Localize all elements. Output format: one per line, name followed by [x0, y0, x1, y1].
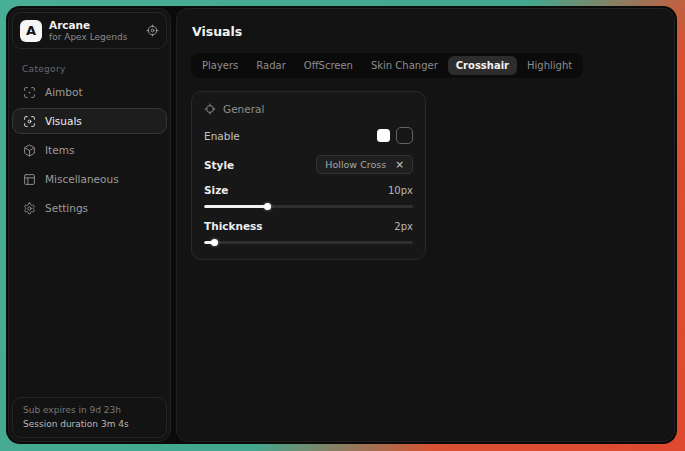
category-label: Category — [22, 64, 170, 74]
main-panel: Visuals Players Radar OffScreen Skin Cha… — [176, 8, 675, 442]
grid-icon — [23, 173, 36, 186]
sub-expires-text: Sub expires in 9d 23h — [23, 404, 156, 418]
thickness-value: 2px — [394, 221, 413, 232]
size-value: 10px — [388, 185, 413, 196]
sidebar-item-visuals[interactable]: Visuals — [12, 108, 167, 134]
desktop-background: A Arcane for Apex Legends Category — [0, 0, 685, 451]
sidebar-item-label: Items — [45, 144, 74, 156]
thickness-label: Thickness — [204, 220, 263, 232]
enable-controls — [377, 127, 413, 144]
style-row: Style Hollow Cross × — [204, 155, 413, 174]
sidebar: A Arcane for Apex Legends Category — [8, 8, 171, 442]
tab-radar[interactable]: Radar — [248, 56, 293, 75]
thickness-row: Thickness 2px — [204, 220, 413, 232]
scan-eye-icon — [23, 115, 36, 128]
tab-skin-changer[interactable]: Skin Changer — [363, 56, 446, 75]
tab-bar: Players Radar OffScreen Skin Changer Cro… — [191, 53, 583, 78]
sidebar-item-label: Visuals — [45, 115, 82, 127]
style-value: Hollow Cross — [325, 159, 386, 170]
general-card-header: General — [204, 103, 413, 115]
size-slider-fill — [204, 205, 267, 208]
enable-checkbox[interactable] — [396, 127, 413, 144]
size-slider-track — [204, 205, 413, 208]
clear-icon[interactable]: × — [395, 159, 404, 170]
enable-label: Enable — [204, 130, 240, 142]
sidebar-item-aimbot[interactable]: Aimbot — [12, 79, 167, 105]
size-row: Size 10px — [204, 184, 413, 196]
general-card: General Enable Style Hollow Cross × — [191, 91, 426, 260]
tab-players[interactable]: Players — [194, 56, 246, 75]
thickness-slider-thumb[interactable] — [211, 239, 218, 246]
size-slider[interactable] — [204, 203, 413, 210]
app-logo: A — [20, 20, 42, 42]
style-label: Style — [204, 159, 234, 171]
subscription-info: Sub expires in 9d 23h Session duration 3… — [12, 397, 167, 438]
sidebar-nav: Aimbot Visuals — [9, 79, 170, 221]
sidebar-item-settings[interactable]: Settings — [12, 195, 167, 221]
tab-highlight[interactable]: Highlight — [519, 56, 580, 75]
page-title: Visuals — [192, 24, 660, 39]
crosshair-icon — [204, 103, 216, 115]
app-window: A Arcane for Apex Legends Category — [6, 6, 677, 444]
sidebar-item-label: Aimbot — [45, 86, 83, 98]
sidebar-item-label: Miscellaneous — [45, 173, 119, 185]
target-icon[interactable] — [146, 24, 159, 37]
sidebar-item-items[interactable]: Items — [12, 137, 167, 163]
style-select[interactable]: Hollow Cross × — [316, 155, 413, 174]
session-duration-text: Session duration 3m 4s — [23, 418, 156, 432]
tab-crosshair[interactable]: Crosshair — [448, 56, 517, 75]
size-slider-thumb[interactable] — [264, 203, 271, 210]
sidebar-item-miscellaneous[interactable]: Miscellaneous — [12, 166, 167, 192]
enable-row: Enable — [204, 127, 413, 144]
size-label: Size — [204, 184, 228, 196]
app-title: Arcane — [49, 19, 127, 31]
app-subtitle: for Apex Legends — [49, 32, 127, 42]
brand-text: Arcane for Apex Legends — [49, 19, 127, 42]
brand-card: A Arcane for Apex Legends — [12, 12, 167, 49]
general-card-title: General — [223, 103, 264, 115]
tab-offscreen[interactable]: OffScreen — [296, 56, 361, 75]
sidebar-item-label: Settings — [45, 202, 88, 214]
color-swatch[interactable] — [377, 129, 390, 142]
scan-crosshair-icon — [23, 86, 36, 99]
gear-icon — [23, 202, 36, 215]
package-icon — [23, 144, 36, 157]
thickness-slider-track — [204, 241, 413, 244]
thickness-slider[interactable] — [204, 239, 413, 246]
